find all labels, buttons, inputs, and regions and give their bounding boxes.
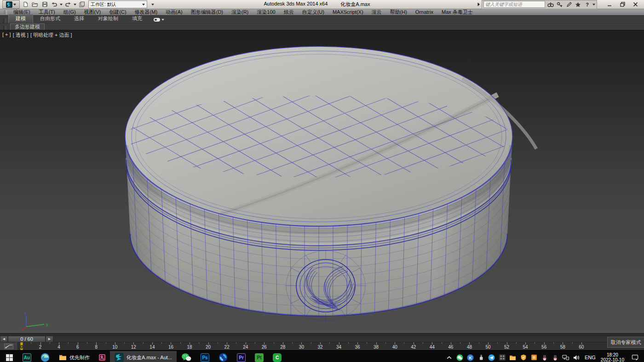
tray-volume-icon[interactable] (573, 354, 580, 361)
viewport-general-menu[interactable]: [ + ] (2, 32, 11, 39)
workspace-selector[interactable]: 工作区: 默认 (88, 0, 147, 8)
help-caret-icon[interactable] (592, 4, 595, 6)
app-menu-caret-icon (13, 4, 16, 6)
minimize-button[interactable] (607, 2, 612, 7)
open-file-button[interactable] (31, 1, 39, 8)
taskbar-pt-app[interactable]: Pt (250, 351, 268, 362)
infocenter-collapse-icon[interactable] (477, 2, 480, 6)
viewport-canvas[interactable]: zy (0, 30, 644, 333)
undo-history-caret-icon[interactable] (60, 4, 63, 6)
ruler-tick-label: 60 (579, 345, 584, 350)
ribbon-tab-4[interactable]: 填充 (125, 15, 149, 23)
taskbar-start[interactable] (1, 351, 18, 362)
taskbar-premiere[interactable]: Pr (232, 351, 250, 362)
language-indicator[interactable]: ENG (583, 355, 597, 360)
new-scene-button[interactable] (21, 1, 29, 8)
menu-item-13[interactable]: 渲云 (368, 9, 386, 15)
tray-wechat-icon[interactable] (456, 354, 463, 361)
taskbar-camtasia[interactable]: C (268, 351, 286, 362)
svg-text:K: K (469, 355, 472, 360)
ribbon-tab-0[interactable]: 建模 (8, 14, 33, 23)
tray-qq-2-icon[interactable] (552, 354, 558, 361)
menubar-grip[interactable] (4, 10, 7, 14)
track-bar-ruler[interactable]: 2468101214161820222426283032343638404244… (18, 342, 644, 350)
clock[interactable]: 18:202022-10-10 (601, 352, 624, 362)
taskbar-wanzi-app[interactable]: 丸 (94, 351, 110, 362)
viewport-shading-menu[interactable]: [ 明暗处理 + 边面 ] (30, 32, 72, 39)
perspective-viewport[interactable]: [ + ] [ 透视 ] [ 明暗处理 + 边面 ] zy (0, 30, 644, 333)
project-folder-button[interactable] (78, 1, 86, 8)
taskbar-edge[interactable] (36, 351, 54, 362)
cancel-expert-mode-button[interactable]: 取消专家模式 (607, 337, 644, 348)
communication-pen-icon[interactable] (565, 1, 573, 8)
model-wireframe[interactable] (0, 30, 638, 322)
ribbon-tab-3[interactable]: 对象绘制 (91, 15, 125, 23)
restore-button[interactable] (620, 2, 625, 7)
ruler-tick-label: 18 (187, 345, 192, 350)
toolbar-options-button[interactable] (149, 1, 157, 8)
menu-item-11[interactable]: 自定义(U) (298, 9, 328, 15)
help-icon[interactable]: ? (583, 1, 591, 8)
taskbar-blue-player[interactable] (214, 351, 232, 362)
undo-button[interactable] (50, 1, 58, 8)
premiere-icon: Pr (237, 353, 246, 362)
tray-folder-orange-icon[interactable] (509, 354, 516, 361)
redo-button[interactable] (64, 1, 72, 8)
next-frame-button[interactable]: ▶ (46, 336, 53, 342)
taskbar-folder-window[interactable]: 优先制作 (54, 351, 94, 362)
ribbon-tab-2[interactable]: 选择 (67, 15, 91, 23)
tray-network-icon[interactable] (562, 354, 569, 361)
tray-telegram-icon[interactable] (488, 354, 495, 361)
menu-item-6[interactable]: 动画(A) (161, 9, 187, 15)
ruler-tick-label: 16 (168, 345, 173, 350)
subscription-key-icon[interactable] (556, 1, 564, 8)
ruler-tick (199, 342, 199, 344)
search-binoculars-icon[interactable] (546, 1, 554, 8)
tray-usb-icon[interactable] (477, 354, 484, 361)
app-title-text: Autodesk 3ds Max 2014 x64 (264, 1, 328, 8)
viewport-pov-menu[interactable]: [ 透视 ] (13, 32, 29, 39)
ruler-tick (124, 342, 125, 344)
panel-tab-polygon-modeling[interactable]: 多边形建模 (10, 23, 45, 30)
previous-frame-button[interactable]: ◀ (0, 336, 8, 342)
ruler-tick (329, 342, 330, 344)
taskbar-audition[interactable]: Au (18, 351, 36, 362)
save-file-button[interactable] (40, 1, 49, 8)
ribbon-panel-grip[interactable] (3, 26, 6, 30)
menu-item-16[interactable]: Max 杀毒卫士 (437, 9, 477, 15)
menu-item-8[interactable]: 渲染(R) (227, 9, 253, 15)
ruler-tick-label: 2 (39, 345, 42, 350)
tray-shield-icon[interactable] (520, 354, 527, 361)
taskbar-wechat[interactable] (177, 351, 196, 362)
menu-item-10[interactable]: 炫云 (280, 9, 298, 15)
menu-item-9[interactable]: 渲染100 (253, 9, 279, 15)
menu-item-14[interactable]: 帮助(H) (386, 9, 411, 15)
menu-item-15[interactable]: Ornatrix (411, 9, 437, 15)
time-slider[interactable]: 0 / 60 (8, 336, 46, 342)
ribbon-grip[interactable] (3, 19, 6, 23)
redo-history-caret-icon[interactable] (74, 4, 76, 6)
taskbar-photoshop[interactable]: Ps (196, 351, 214, 362)
tray-grid-icon[interactable] (499, 354, 506, 361)
search-input[interactable] (483, 1, 545, 8)
notification-center-icon[interactable] (632, 354, 638, 361)
edge-icon (40, 353, 50, 362)
ribbon-panel-bar: 多边形建模 (0, 23, 644, 30)
viewport-label: [ + ] [ 透视 ] [ 明暗处理 + 边面 ] (2, 32, 72, 39)
menu-item-7[interactable]: 图形编辑器(D) (187, 9, 227, 15)
svg-text:z: z (24, 311, 27, 316)
tray-qq-icon[interactable] (541, 354, 548, 361)
menu-item-12[interactable]: MAXScript(X) (328, 9, 368, 15)
ribbon-minimize-button[interactable] (154, 18, 164, 23)
tray-chevron-up-icon[interactable] (446, 354, 453, 361)
close-button[interactable] (632, 2, 638, 7)
taskbar-max-window[interactable]: 化妆盒A.max - Aut... (110, 351, 177, 362)
time-slider-track[interactable] (53, 336, 644, 342)
tray-box-orange-icon[interactable] (530, 354, 537, 361)
mini-curve-editor-button[interactable] (0, 342, 18, 350)
current-frame-label: 0 (20, 345, 23, 350)
application-menu-button[interactable] (2, 0, 20, 9)
favorites-star-icon[interactable] (574, 1, 582, 8)
tray-kugou-icon[interactable]: K (467, 354, 474, 361)
ribbon-tab-1[interactable]: 自由形式 (33, 15, 67, 23)
